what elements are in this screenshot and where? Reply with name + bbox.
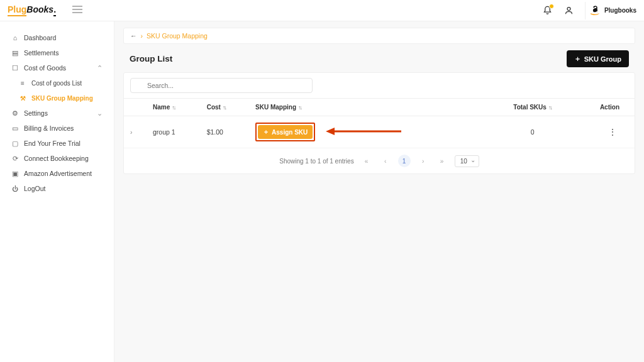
- col-sku-mapping[interactable]: SKU Mapping↑↓: [249, 99, 493, 116]
- menu-toggle-icon[interactable]: [72, 6, 82, 15]
- highlight-callout: ＋ Assign SKU: [255, 123, 315, 141]
- power-icon: ⏻: [11, 185, 19, 192]
- assign-sku-button[interactable]: ＋ Assign SKU: [258, 125, 313, 139]
- page-current[interactable]: 1: [398, 155, 411, 167]
- notifications-icon[interactable]: [540, 3, 556, 19]
- sku-group-table: Name↑↓ Cost↑↓ SKU Mapping↑↓ Total SKUs↑↓…: [124, 98, 635, 148]
- cell-total: 0: [494, 116, 572, 148]
- account-label: Plugbooks: [604, 7, 636, 14]
- page-prev[interactable]: ‹: [379, 155, 392, 167]
- amazon-icon: [591, 6, 601, 16]
- sidebar-item-billing[interactable]: ▭Billing & Invoices: [0, 121, 114, 136]
- cell-name: group 1: [147, 116, 201, 148]
- sort-icon: ↑↓: [223, 104, 226, 111]
- page-next[interactable]: ›: [417, 155, 430, 167]
- page-title: Group List: [130, 54, 172, 63]
- page-last[interactable]: »: [436, 155, 448, 167]
- svg-point-0: [567, 8, 570, 11]
- logo-part-3: .: [53, 4, 56, 16]
- sort-icon: ↑↓: [298, 104, 301, 111]
- page-first[interactable]: «: [360, 155, 373, 167]
- page-size-select[interactable]: 10: [455, 155, 479, 167]
- col-total-skus[interactable]: Total SKUs↑↓: [494, 99, 572, 116]
- card-icon: ▭: [11, 124, 19, 132]
- sort-icon: ↑↓: [548, 104, 552, 111]
- sort-icon: ↑↓: [172, 104, 175, 111]
- sidebar-item-dashboard[interactable]: ⌂Dashboard: [0, 30, 114, 45]
- sync-icon: ⟳: [11, 155, 19, 162]
- pagination: Showing 1 to 1 of 1 entries « ‹ 1 › » 10: [124, 148, 635, 173]
- sidebar-item-cost-list[interactable]: ≡Cost of goods List: [0, 75, 114, 90]
- chevron-up-icon: ⌃: [97, 64, 103, 72]
- home-icon: ⌂: [11, 34, 19, 41]
- sidebar-item-logout[interactable]: ⏻LogOut: [0, 181, 114, 196]
- stop-icon: ▢: [11, 140, 19, 147]
- breadcrumb-current[interactable]: SKU Group Mapping: [147, 32, 208, 40]
- list-icon: ▤: [11, 49, 19, 57]
- expand-row-icon[interactable]: ›: [130, 129, 132, 136]
- col-action: Action: [572, 99, 635, 116]
- chevron-right-icon: ›: [141, 32, 143, 40]
- pagination-summary: Showing 1 to 1 of 1 entries: [279, 158, 353, 165]
- notification-badge: [549, 4, 554, 9]
- sidebar-item-settings[interactable]: ⚙Settings⌄: [0, 106, 114, 121]
- mapping-icon: ⚒: [19, 94, 26, 102]
- sidebar-item-settlements[interactable]: ▤Settlements: [0, 45, 114, 60]
- col-name[interactable]: Name↑↓: [147, 99, 201, 116]
- cell-cost: $1.00: [201, 116, 249, 148]
- user-profile-icon[interactable]: [561, 3, 577, 19]
- arrow-callout: [326, 127, 401, 137]
- sidebar-item-connect-bookkeeping[interactable]: ⟳Connect Bookkeeping: [0, 151, 114, 166]
- row-actions-menu[interactable]: ⋮: [608, 127, 617, 137]
- ad-icon: ▣: [11, 170, 19, 177]
- sublist-icon: ≡: [19, 79, 26, 87]
- sidebar-item-amazon-ads[interactable]: ▣Amazon Advertisement: [0, 166, 114, 181]
- connected-account[interactable]: Plugbooks: [591, 6, 636, 16]
- breadcrumb: ← › SKU Group Mapping: [123, 28, 635, 44]
- sidebar-item-sku-mapping[interactable]: ⚒SKU Group Mapping: [0, 90, 114, 106]
- sidebar-item-cost-of-goods[interactable]: ☐Cost of Goods⌃: [0, 60, 114, 75]
- add-sku-group-button[interactable]: ＋ SKU Group: [567, 50, 629, 67]
- logo-part-2: Books: [26, 4, 53, 14]
- svg-marker-3: [326, 128, 335, 135]
- logo-part-1: Plug: [8, 4, 26, 16]
- table-row: › group 1 $1.00 ＋ Assign SKU: [124, 116, 635, 148]
- plus-icon: ＋: [263, 128, 269, 136]
- back-icon[interactable]: ←: [130, 32, 137, 40]
- sidebar: ⌂Dashboard ▤Settlements ☐Cost of Goods⌃ …: [0, 21, 114, 362]
- chevron-down-icon: ⌄: [97, 109, 103, 117]
- gear-icon: ⚙: [11, 109, 19, 117]
- box-icon: ☐: [11, 64, 19, 72]
- col-cost[interactable]: Cost↑↓: [201, 99, 249, 116]
- plus-icon: ＋: [574, 54, 581, 63]
- sidebar-item-end-trial[interactable]: ▢End Your Free Trial: [0, 136, 114, 151]
- app-logo: PlugBooks.: [8, 4, 56, 16]
- search-input[interactable]: [130, 78, 313, 93]
